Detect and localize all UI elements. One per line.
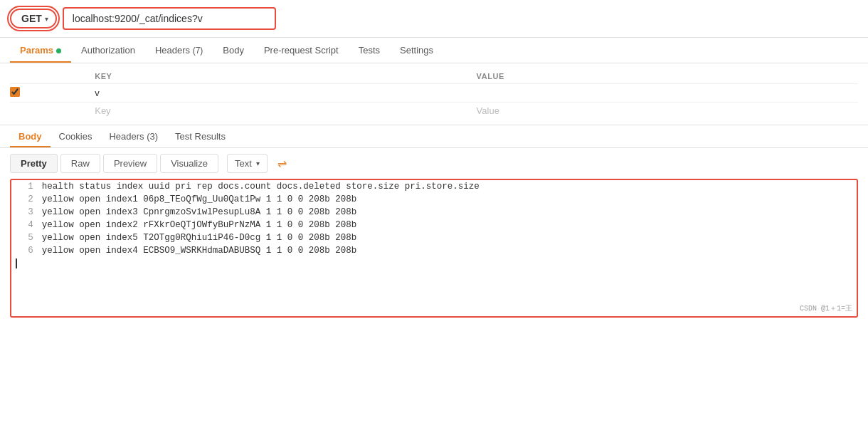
method-selector[interactable]: GET ▾ bbox=[10, 9, 57, 28]
response-line: 6 yellow open index4 ECBSO9_WSRKHdmaDABU… bbox=[11, 244, 857, 257]
line-number: 1 bbox=[11, 180, 38, 193]
line-content: yellow open index3 CpnrgmzoSviwlPesupLu8… bbox=[38, 206, 857, 219]
line-content: health status index uuid pri rep docs.co… bbox=[38, 180, 857, 193]
param-row-0: v bbox=[10, 84, 858, 103]
response-body[interactable]: 1 health status index uuid pri rep docs.… bbox=[10, 179, 858, 318]
tab-authorization[interactable]: Authorization bbox=[71, 38, 145, 63]
line-number: 2 bbox=[11, 193, 38, 206]
line-number: 4 bbox=[11, 219, 38, 231]
params-dot bbox=[56, 48, 61, 53]
wrap-icon[interactable]: ⇌ bbox=[277, 157, 287, 170]
param-key-0: v bbox=[95, 84, 476, 103]
response-table: 1 health status index uuid pri rep docs.… bbox=[11, 180, 857, 257]
tab-headers[interactable]: Headers (7) bbox=[145, 38, 213, 63]
line-number: 5 bbox=[11, 231, 38, 244]
line-content: yellow open index4 ECBSO9_WSRKHdmaDABUBS… bbox=[38, 244, 857, 257]
params-table: KEY VALUE v Key Value bbox=[10, 69, 858, 119]
param-checkbox-0[interactable] bbox=[10, 87, 20, 97]
cursor-line bbox=[11, 257, 857, 270]
dropdown-arrow-icon: ▾ bbox=[256, 160, 260, 167]
line-number: 6 bbox=[11, 244, 38, 257]
request-tabs-bar: Params Authorization Headers (7) Body Pr… bbox=[0, 38, 868, 63]
params-section: KEY VALUE v Key Value bbox=[0, 63, 868, 125]
param-value-0 bbox=[477, 84, 858, 103]
text-dropdown-label: Text bbox=[235, 158, 252, 169]
response-line: 4 yellow open index2 rFXkrOeQTjOWfyBuPrN… bbox=[11, 219, 857, 231]
url-bar: GET ▾ bbox=[0, 0, 868, 38]
value-col-header: VALUE bbox=[477, 69, 858, 84]
tab-params[interactable]: Params bbox=[10, 38, 71, 63]
url-input[interactable] bbox=[73, 13, 266, 24]
response-line: 3 yellow open index3 CpnrgmzoSviwlPesupL… bbox=[11, 206, 857, 219]
response-line: 1 health status index uuid pri rep docs.… bbox=[11, 180, 857, 193]
line-content: yellow open index2 rFXkrOeQTjOWfyBuPrNzM… bbox=[38, 219, 857, 231]
line-content: yellow open index5 T2OTgg0RQhiu1iP46-D0c… bbox=[38, 231, 857, 244]
response-line: 5 yellow open index5 T2OTgg0RQhiu1iP46-D… bbox=[11, 231, 857, 244]
raw-button[interactable]: Raw bbox=[60, 154, 100, 173]
watermark: CSDN @1＋1=王 bbox=[800, 303, 852, 313]
response-tab-testresults[interactable]: Test Results bbox=[166, 125, 234, 147]
response-tab-body[interactable]: Body bbox=[10, 125, 51, 147]
response-tab-cookies[interactable]: Cookies bbox=[51, 125, 101, 147]
key-col-header: KEY bbox=[95, 69, 476, 84]
cursor-bar bbox=[16, 258, 17, 268]
line-content: yellow open index1 06p8_TEoQfWg_Uu0Qat1P… bbox=[38, 193, 857, 206]
text-format-dropdown[interactable]: Text ▾ bbox=[227, 154, 268, 173]
url-input-wrapper bbox=[63, 7, 276, 30]
visualize-button[interactable]: Visualize bbox=[160, 154, 218, 173]
tab-tests[interactable]: Tests bbox=[349, 38, 390, 63]
method-arrow-icon: ▾ bbox=[45, 15, 48, 23]
param-value-placeholder[interactable]: Value bbox=[477, 103, 858, 120]
tab-prerequest[interactable]: Pre-request Script bbox=[254, 38, 349, 63]
checkbox-col-header bbox=[10, 69, 95, 84]
tab-body[interactable]: Body bbox=[213, 38, 254, 63]
method-label: GET bbox=[21, 13, 42, 24]
format-bar: Pretty Raw Preview Visualize Text ▾ ⇌ bbox=[0, 148, 868, 179]
response-tab-headers[interactable]: Headers (3) bbox=[100, 125, 166, 147]
preview-button[interactable]: Preview bbox=[103, 154, 157, 173]
pretty-button[interactable]: Pretty bbox=[10, 154, 58, 173]
response-line: 2 yellow open index1 06p8_TEoQfWg_Uu0Qat… bbox=[11, 193, 857, 206]
param-key-placeholder[interactable]: Key bbox=[95, 103, 476, 120]
tab-settings[interactable]: Settings bbox=[390, 38, 443, 63]
line-number: 3 bbox=[11, 206, 38, 219]
param-row-empty: Key Value bbox=[10, 103, 858, 120]
response-tabs-bar: Body Cookies Headers (3) Test Results bbox=[0, 125, 868, 148]
